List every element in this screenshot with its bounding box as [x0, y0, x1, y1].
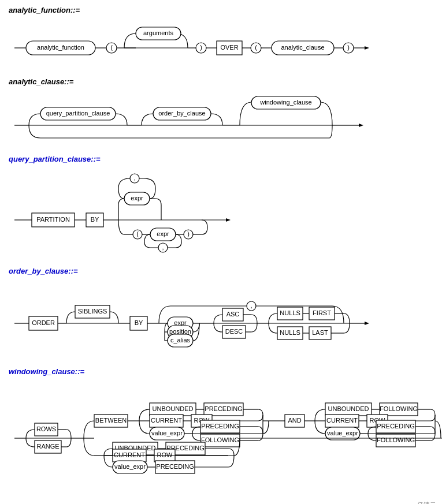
svg-text:BY: BY	[91, 216, 99, 223]
diagram-order-by-clause: ORDER SIBLINGS BY , ex	[9, 280, 433, 357]
svg-text:OVER: OVER	[220, 44, 238, 51]
section-windowing-clause: windowing_clause::= ROWS RANGE	[9, 367, 433, 498]
svg-order-by-clause: ORDER SIBLINGS BY , ex	[9, 280, 425, 355]
title-query-partition-clause: query_partition_clause::=	[9, 155, 433, 163]
section-analytic-function: analytic_function::= analytic_function (	[9, 6, 433, 67]
svg-text:order_by_clause: order_by_clause	[158, 110, 205, 117]
svg-text:DESC: DESC	[225, 328, 243, 335]
svg-text:FOLLOWING: FOLLOWING	[201, 436, 239, 443]
svg-analytic-function: analytic_function ( arguments )	[9, 19, 413, 65]
svg-text:(: (	[110, 44, 113, 51]
svg-marker-72	[226, 218, 231, 222]
svg-text:LAST: LAST	[312, 329, 328, 336]
svg-text:PRECEDING: PRECEDING	[377, 423, 414, 430]
svg-text:PRECEDING: PRECEDING	[156, 463, 194, 470]
svg-query-partition-clause: PARTITION BY expr ,	[9, 168, 298, 255]
svg-text:NULLS: NULLS	[280, 329, 300, 336]
svg-text:PARTITION: PARTITION	[36, 216, 70, 223]
svg-text:CURRENT: CURRENT	[326, 417, 358, 424]
svg-text:UNBOUNDED: UNBOUNDED	[153, 405, 194, 412]
diagram-analytic-function: analytic_function ( arguments )	[9, 19, 433, 67]
svg-text:CURRENT: CURRENT	[151, 417, 182, 424]
svg-text:CURRENT: CURRENT	[114, 451, 145, 458]
svg-text:ROW: ROW	[157, 451, 173, 458]
watermark-text: 亿速云	[417, 501, 436, 505]
svg-text:value_expr: value_expr	[327, 430, 358, 436]
svg-text:SIBLINGS: SIBLINGS	[78, 308, 107, 315]
svg-text:RANGE: RANGE	[36, 443, 59, 450]
svg-text:FOLLOWING: FOLLOWING	[380, 405, 418, 412]
svg-text:PRECEDING: PRECEDING	[205, 405, 242, 412]
svg-analytic-clause: query_partition_clause order_by_clause w…	[9, 91, 413, 143]
section-analytic-clause: analytic_clause::= query_partition_claus…	[9, 77, 433, 144]
svg-marker-120	[365, 322, 369, 325]
svg-text:FIRST: FIRST	[313, 309, 331, 316]
svg-text:,: ,	[162, 244, 164, 251]
diagram-windowing-clause: ROWS RANGE BETWEEN	[9, 380, 433, 498]
title-order-by-clause: order_by_clause::=	[9, 267, 433, 275]
svg-text:expr: expr	[131, 195, 143, 201]
section-query-partition-clause: query_partition_clause::= PARTITION BY e…	[9, 155, 433, 256]
page: analytic_function::= analytic_function (	[0, 0, 442, 504]
diagram-analytic-clause: query_partition_clause order_by_clause w…	[9, 91, 433, 144]
svg-text:(: (	[136, 230, 139, 237]
svg-text:ROWS: ROWS	[36, 425, 56, 432]
section-order-by-clause: order_by_clause::= ORDER SIBLINGS BY	[9, 267, 433, 357]
svg-text:UNBOUNDED: UNBOUNDED	[328, 405, 369, 412]
svg-text:(: (	[255, 44, 257, 51]
svg-text:AND: AND	[288, 417, 301, 424]
svg-text:FOLLOWING: FOLLOWING	[377, 436, 415, 443]
svg-windowing-clause: ROWS RANGE BETWEEN	[9, 380, 436, 496]
svg-text:ASC: ASC	[226, 311, 240, 318]
svg-text:windowing_clause: windowing_clause	[259, 99, 311, 106]
svg-text:NULLS: NULLS	[280, 309, 300, 316]
title-analytic-clause: analytic_clause::=	[9, 77, 433, 86]
svg-text:value_expr: value_expr	[114, 463, 146, 470]
watermark-icon: ☁	[407, 500, 415, 504]
title-windowing-clause: windowing_clause::=	[9, 367, 433, 376]
svg-text:expr: expr	[174, 319, 187, 326]
svg-text:c_alias: c_alias	[170, 337, 191, 344]
svg-text:): )	[200, 44, 202, 51]
svg-text:,: ,	[133, 174, 135, 181]
svg-text:expr: expr	[157, 230, 169, 237]
svg-text:): )	[187, 230, 190, 237]
title-analytic-function: analytic_function::=	[9, 6, 433, 14]
svg-text:): )	[347, 44, 350, 51]
svg-text:BY: BY	[135, 319, 143, 326]
svg-text:BETWEEN: BETWEEN	[95, 417, 127, 424]
svg-marker-42	[359, 124, 363, 127]
svg-text:analytic_clause: analytic_clause	[281, 44, 324, 51]
svg-text:position: position	[169, 328, 191, 335]
svg-marker-27	[365, 46, 369, 50]
svg-text:analytic_function: analytic_function	[37, 44, 84, 51]
svg-text:query_partition_clause: query_partition_clause	[46, 110, 110, 117]
svg-text:PRECEDING: PRECEDING	[201, 423, 239, 430]
svg-text:arguments: arguments	[143, 29, 173, 36]
svg-text:value_expr: value_expr	[151, 430, 183, 436]
svg-text:,: ,	[250, 302, 252, 309]
watermark: ☁ 亿速云	[407, 500, 436, 504]
diagram-query-partition-clause: PARTITION BY expr ,	[9, 168, 433, 256]
svg-text:ORDER: ORDER	[32, 319, 55, 326]
